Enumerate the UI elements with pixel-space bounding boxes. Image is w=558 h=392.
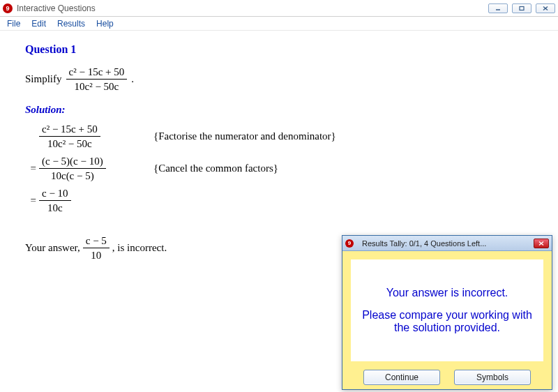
prompt-suffix: . bbox=[131, 73, 134, 85]
window-title: Interactive Questions bbox=[17, 3, 488, 13]
question-prompt: Simplify c² − 15c + 50 10c² − 50c . bbox=[25, 66, 533, 93]
tally-button-row: Continue Symbols bbox=[342, 370, 552, 392]
step-fraction: c² − 15c + 50 10c² − 50c bbox=[39, 123, 100, 150]
solution-label: Solution: bbox=[25, 104, 533, 116]
question-title: Question 1 bbox=[25, 43, 533, 56]
prompt-numerator: c² − 15c + 50 bbox=[66, 66, 128, 80]
step-fraction: c − 10 10c bbox=[39, 187, 71, 214]
answer-fraction: c − 5 10 bbox=[83, 234, 110, 262]
menubar: File Edit Results Help bbox=[0, 17, 558, 31]
step-expression: c² − 15c + 50 10c² − 50c bbox=[29, 123, 134, 150]
menu-results[interactable]: Results bbox=[57, 19, 85, 29]
menu-edit[interactable]: Edit bbox=[31, 19, 46, 29]
step-eq: = bbox=[29, 163, 36, 174]
tally-icon: 9 bbox=[345, 239, 354, 248]
svg-rect-1 bbox=[520, 6, 524, 10]
step-hint: {Factorise the numerator and denominator… bbox=[153, 130, 336, 142]
tally-body: Your answer is incorrect. Please compare… bbox=[351, 259, 543, 361]
answer-suffix: , is incorrect. bbox=[112, 242, 167, 254]
prompt-prefix: Simplify bbox=[25, 73, 62, 85]
tally-message-1: Your answer is incorrect. bbox=[386, 287, 508, 299]
titlebar: 9 Interactive Questions bbox=[0, 0, 558, 17]
step-expression: = (c − 5)(c − 10) 10c(c − 5) bbox=[29, 155, 134, 182]
minimize-button[interactable] bbox=[488, 3, 508, 13]
answer-denominator: 10 bbox=[83, 248, 110, 262]
tally-message-2: Please compare your working with the sol… bbox=[361, 309, 534, 334]
step-denominator: 10c bbox=[39, 201, 71, 214]
step-denominator: 10c² − 50c bbox=[39, 137, 100, 150]
solution-steps: c² − 15c + 50 10c² − 50c {Factorise the … bbox=[29, 121, 533, 215]
step-denominator: 10c(c − 5) bbox=[39, 169, 106, 182]
prompt-fraction: c² − 15c + 50 10c² − 50c bbox=[66, 66, 128, 93]
continue-button[interactable]: Continue bbox=[363, 370, 440, 385]
step-expression: = c − 10 10c bbox=[29, 187, 134, 214]
tally-titlebar[interactable]: 9 Results Tally: 0/1, 4 Questions Left..… bbox=[342, 236, 552, 251]
solution-step: = c − 10 10c bbox=[29, 186, 533, 215]
step-fraction: (c − 5)(c − 10) 10c(c − 5) bbox=[39, 155, 106, 182]
symbols-button[interactable]: Symbols bbox=[454, 370, 531, 385]
menu-help[interactable]: Help bbox=[96, 19, 114, 29]
step-numerator: (c − 5)(c − 10) bbox=[39, 155, 106, 169]
prompt-denominator: 10c² − 50c bbox=[66, 80, 128, 93]
step-hint: {Cancel the common factors} bbox=[153, 163, 278, 174]
maximize-button[interactable] bbox=[512, 3, 531, 13]
tally-close-button[interactable] bbox=[534, 239, 549, 248]
step-numerator: c − 10 bbox=[39, 187, 71, 201]
app-icon: 9 bbox=[3, 3, 13, 13]
results-tally-dialog: 9 Results Tally: 0/1, 4 Questions Left..… bbox=[342, 235, 552, 390]
answer-prefix: Your answer, bbox=[25, 242, 80, 254]
close-button[interactable] bbox=[536, 3, 555, 13]
solution-step: c² − 15c + 50 10c² − 50c {Factorise the … bbox=[29, 121, 533, 151]
step-numerator: c² − 15c + 50 bbox=[39, 123, 100, 137]
window-buttons bbox=[488, 3, 555, 13]
step-eq: = bbox=[29, 195, 36, 206]
solution-step: = (c − 5)(c − 10) 10c(c − 5) {Cancel the… bbox=[29, 153, 533, 183]
tally-title: Results Tally: 0/1, 4 Questions Left... bbox=[362, 239, 529, 248]
menu-file[interactable]: File bbox=[7, 19, 20, 29]
answer-numerator: c − 5 bbox=[83, 234, 110, 248]
